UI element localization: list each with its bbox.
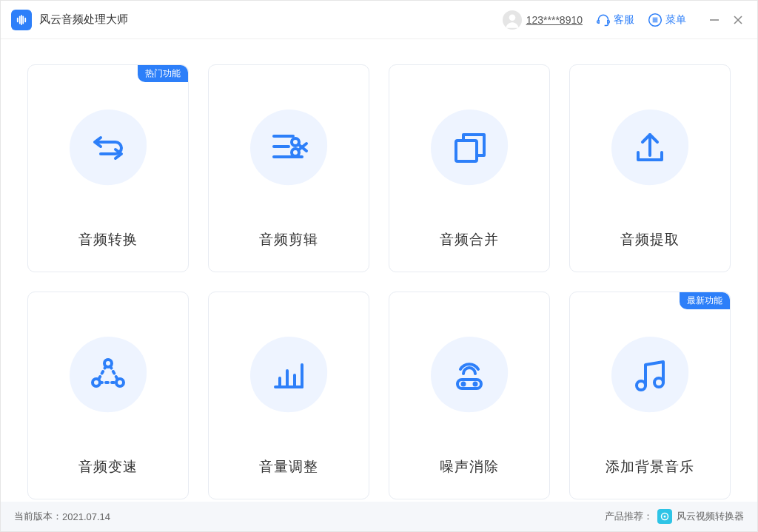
music-icon [628,353,672,397]
recommend-link[interactable]: 风云视频转换器 [677,510,744,523]
feature-grid: 热门功能 音频转换 音频剪辑 [1,39,757,499]
card-audio-extract[interactable]: 音频提取 [569,64,731,272]
merge-icon [447,126,492,170]
card-label: 添加背景音乐 [606,444,694,499]
menu-button[interactable]: 菜单 [648,13,686,27]
card-audio-convert[interactable]: 热门功能 音频转换 [27,64,189,272]
hot-badge: 热门功能 [138,65,188,82]
recommend-logo-icon [657,509,672,524]
card-volume-adjust[interactable]: 音量调整 [208,292,369,499]
svg-rect-21 [456,141,477,161]
cut-icon [266,126,311,170]
app-title: 风云音频处理大师 [39,13,128,27]
status-bar: 当前版本： 2021.07.14 产品推荐： 风云视频转换器 [1,502,757,531]
card-label: 音频剪辑 [259,217,318,272]
support-button[interactable]: 客服 [596,13,634,27]
minimize-button[interactable] [705,11,723,29]
app-logo-icon [11,10,32,30]
version-prefix: 当前版本： [14,510,62,523]
svg-point-6 [509,14,515,21]
title-bar: 风云音频处理大师 123****8910 客服 菜单 [1,1,757,39]
volume-icon [266,353,311,397]
card-audio-speed[interactable]: 音频变速 [27,292,189,499]
svg-point-36 [664,516,666,518]
card-label: 音频提取 [620,217,680,272]
convert-icon [86,126,130,170]
card-label: 噪声消除 [440,444,499,499]
menu-icon [648,13,663,27]
card-audio-cut[interactable]: 音频剪辑 [208,64,369,272]
headset-icon [596,13,611,27]
recommend-prefix: 产品推荐： [605,510,653,523]
version-value: 2021.07.14 [62,511,110,522]
menu-label: 菜单 [665,13,686,27]
card-label: 音频合并 [440,217,499,272]
card-add-bgm[interactable]: 最新功能 添加背景音乐 [569,292,731,499]
card-label: 音频转换 [78,217,138,272]
new-badge: 最新功能 [680,292,730,309]
card-label: 音量调整 [259,444,318,499]
card-label: 音频变速 [78,444,138,499]
speed-icon [86,353,130,397]
card-noise-reduce[interactable]: 噪声消除 [389,292,550,499]
noise-icon [447,353,492,397]
svg-point-31 [463,383,465,385]
svg-point-32 [474,383,477,385]
user-id-link[interactable]: 123****8910 [526,14,583,26]
user-avatar-icon [503,10,522,30]
card-audio-merge[interactable]: 音频合并 [389,64,550,272]
close-button[interactable] [729,11,747,29]
extract-icon [628,126,672,170]
support-label: 客服 [614,13,634,27]
